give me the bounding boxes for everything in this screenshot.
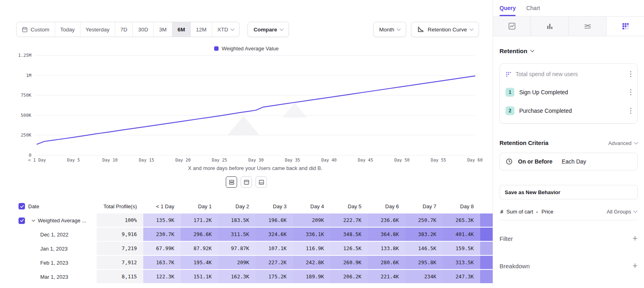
range-today-button[interactable]: Today (55, 22, 80, 37)
chart-legend: Weighted Average Value (0, 46, 493, 52)
y-axis-tick: 750K (7, 93, 31, 98)
save-as-new-behavior-button[interactable]: Save as New Behavior (500, 185, 638, 199)
total-profiles-cell: 9,916 (97, 228, 143, 242)
retention-value-cell: 222.7K (330, 213, 368, 228)
retention-value-cell: 135.9K (143, 213, 181, 228)
range-3m-button[interactable]: 3M (153, 22, 172, 37)
retention-section-toggle[interactable]: Retention (500, 48, 638, 54)
date-row-label[interactable]: Jan 1, 2023 (28, 242, 97, 256)
range-yesterday-button[interactable]: Yesterday (80, 22, 115, 37)
select-all-checkbox[interactable] (19, 203, 25, 209)
retention-value-cell: 87.92K (181, 242, 218, 256)
retention-criteria-label: Retention Criteria (500, 140, 549, 146)
flows-icon (584, 22, 592, 30)
table-row: Weighted Average ...100%135.9K171.2K183.… (16, 213, 493, 228)
date-row-label[interactable]: Feb 1, 2023 (28, 256, 97, 270)
table-row: Jan 1, 20237,21967.99K87.92K97.87K107.1K… (16, 242, 493, 256)
row-label: Feb 1, 2023 (40, 260, 68, 266)
x-axis-tick: < 1 Day (19, 157, 55, 162)
layout-header-rows-button[interactable] (241, 176, 252, 188)
range-30d-button[interactable]: 30D (132, 22, 153, 37)
line-chart-icon (508, 22, 516, 30)
step-label: Sign Up Completed (519, 89, 568, 95)
range-label: Today (60, 27, 75, 33)
step-label: Purchase Completed (519, 108, 572, 114)
overflow-column-sliver (480, 213, 493, 228)
step-menu-button[interactable] (630, 89, 632, 96)
layout-split-rows-button[interactable] (226, 176, 237, 188)
retention-value-cell: 107.1K (256, 242, 293, 256)
row-expander[interactable]: Weighted Average ... (28, 213, 97, 228)
x-axis-tick: Day 35 (275, 157, 311, 162)
legend-swatch (214, 46, 219, 51)
row-checkbox[interactable] (19, 218, 25, 224)
range-custom-button[interactable]: Custom (17, 22, 55, 37)
metric-aggregation-label[interactable]: Sum of cart (506, 209, 533, 215)
add-breakdown-button[interactable]: + (632, 261, 638, 270)
retention-value-cell: 133.8K (368, 242, 405, 256)
step-row-1[interactable]: 1 Sign Up Completed (502, 83, 635, 102)
layout-single-row-button[interactable] (256, 176, 267, 188)
retention-value-cell: 230.7K (143, 228, 181, 242)
behavior-header[interactable]: Total spend of new users (502, 65, 635, 83)
y-axis-tick: 1M (7, 73, 31, 78)
range-label: 3M (159, 27, 167, 33)
report-type-strip (493, 17, 644, 36)
date-row-label[interactable]: Dec 1, 2022 (28, 228, 97, 242)
granularity-button[interactable]: Month (373, 22, 407, 37)
step-row-2[interactable]: 2 Purchase Completed (502, 102, 635, 120)
tab-chart[interactable]: Chart (526, 0, 540, 16)
range-xtd-button[interactable]: XTD (212, 22, 239, 37)
tab-query[interactable]: Query (500, 0, 516, 16)
chevron-down-icon (530, 48, 535, 52)
column-header: Day 3 (256, 199, 293, 213)
row-label: Dec 1, 2022 (40, 232, 68, 238)
retention-value-cell: 265.3K (443, 213, 480, 228)
report-type-flows[interactable] (569, 17, 607, 36)
advanced-dropdown[interactable]: Advanced (608, 140, 638, 146)
retention-value-cell: 126.5K (330, 242, 368, 256)
criteria-window-button[interactable]: Each Day (562, 158, 586, 165)
retention-curve-icon (417, 26, 424, 33)
retention-value-cell: 242.8K (293, 256, 330, 270)
retention-value-cell: 183.5K (218, 213, 256, 228)
header-edge-cell (480, 199, 493, 213)
retention-grid-icon (621, 22, 630, 30)
save-as-new-behavior-label: Save as New Behavior (505, 189, 560, 195)
all-groups-dropdown[interactable]: All Groups (607, 209, 637, 215)
kebab-icon (630, 89, 632, 96)
range-12m-button[interactable]: 12M (190, 22, 212, 37)
report-type-funnels[interactable] (531, 17, 569, 36)
column-header: Day 2 (218, 199, 256, 213)
chart-view-button[interactable]: Retention Curve (411, 22, 479, 37)
step-menu-button[interactable] (630, 107, 632, 114)
retention-value-cell: 260.9K (330, 256, 368, 270)
table-row: Dec 1, 20229,916230.7K296.6K311.5K324.6K… (16, 228, 493, 242)
retention-value-cell: 163.7K (143, 256, 181, 270)
range-label: Custom (31, 27, 50, 33)
column-header: Date (28, 199, 97, 213)
retention-value-cell: 159.5K (443, 242, 480, 256)
retention-value-cell: 196.6K (256, 213, 293, 228)
column-header: Day 5 (330, 199, 368, 213)
metric-property-label[interactable]: Price (541, 209, 553, 215)
range-7d-button[interactable]: 7D (115, 22, 132, 37)
compare-button[interactable]: Compare (248, 22, 289, 37)
column-header: Day 1 (181, 199, 218, 213)
report-type-retention[interactable] (607, 17, 644, 36)
retention-value-cell: 206.2K (330, 270, 368, 284)
chevron-down-icon (634, 209, 638, 213)
criteria-condition-button[interactable]: On or Before (518, 158, 553, 165)
row-checkbox-cell (16, 213, 28, 228)
date-row-label[interactable]: Mar 1, 2023 (28, 270, 97, 284)
add-filter-button[interactable]: + (632, 234, 638, 243)
advanced-label: Advanced (608, 140, 632, 146)
overflow-column-sliver (480, 242, 493, 256)
behavior-menu-button[interactable] (630, 70, 632, 78)
bar-chart-icon (546, 22, 554, 30)
range-6m-button[interactable]: 6M (172, 22, 190, 37)
report-type-insights[interactable] (493, 17, 531, 36)
x-axis-tick: Day 15 (128, 157, 165, 162)
retention-value-cell: 67.99K (143, 242, 181, 256)
split-rows-icon (229, 179, 235, 185)
